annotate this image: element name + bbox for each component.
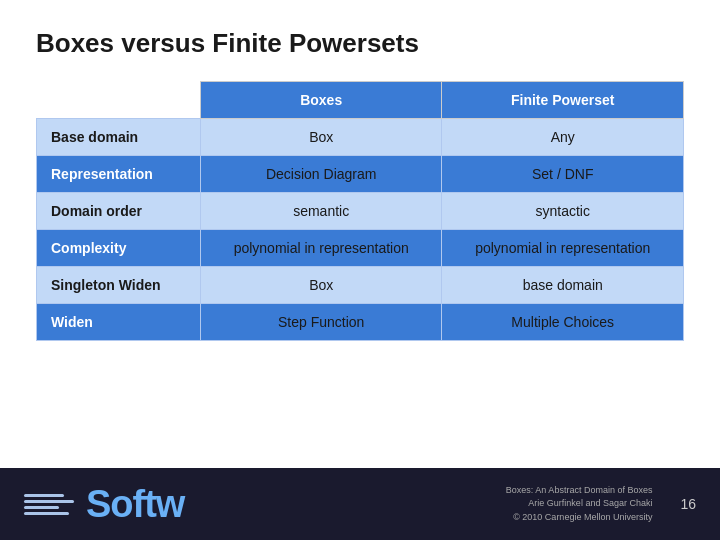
comparison-table: Boxes Finite Powerset Base domain Box An… xyxy=(36,81,684,341)
footer-info-line1: Boxes: An Abstract Domain of Boxes xyxy=(506,485,653,495)
row-label-representation: Representation xyxy=(37,156,201,193)
table-row: Complexity polynomial in representation … xyxy=(37,230,684,267)
row-fp-widen: Multiple Choices xyxy=(442,304,684,341)
footer-line-3 xyxy=(24,506,59,509)
row-fp-complexity: polynomial in representation xyxy=(442,230,684,267)
col-header-finite-powerset: Finite Powerset xyxy=(442,82,684,119)
footer-info-line3: © 2010 Carnegie Mellon University xyxy=(513,512,652,522)
row-label-singleton-widen: Singleton Widen xyxy=(37,267,201,304)
table-row: Singleton Widen Box base domain xyxy=(37,267,684,304)
table-row: Widen Step Function Multiple Choices xyxy=(37,304,684,341)
footer-lines-icon xyxy=(24,494,74,515)
row-boxes-base-domain: Box xyxy=(200,119,442,156)
row-boxes-widen: Step Function xyxy=(200,304,442,341)
footer-line-4 xyxy=(24,512,69,515)
footer: Softw Boxes: An Abstract Domain of Boxes… xyxy=(0,468,720,540)
col-header-boxes: Boxes xyxy=(200,82,442,119)
footer-page-number: 16 xyxy=(680,496,696,512)
row-fp-singleton-widen: base domain xyxy=(442,267,684,304)
slide: Boxes versus Finite Powersets Boxes Fini… xyxy=(0,0,720,540)
table-row: Base domain Box Any xyxy=(37,119,684,156)
footer-brand-text: Softw xyxy=(86,483,184,526)
row-label-base-domain: Base domain xyxy=(37,119,201,156)
row-label-widen: Widen xyxy=(37,304,201,341)
footer-logo: Softw xyxy=(24,483,184,526)
row-label-domain-order: Domain order xyxy=(37,193,201,230)
row-boxes-representation: Decision Diagram xyxy=(200,156,442,193)
row-boxes-domain-order: semantic xyxy=(200,193,442,230)
footer-info: Boxes: An Abstract Domain of Boxes Arie … xyxy=(506,484,653,525)
col-header-empty xyxy=(37,82,201,119)
page-title: Boxes versus Finite Powersets xyxy=(36,28,684,59)
footer-line-1 xyxy=(24,494,64,497)
table-row: Domain order semantic syntactic xyxy=(37,193,684,230)
row-boxes-complexity: polynomial in representation xyxy=(200,230,442,267)
row-fp-base-domain: Any xyxy=(442,119,684,156)
row-boxes-singleton-widen: Box xyxy=(200,267,442,304)
footer-line-2 xyxy=(24,500,74,503)
row-fp-domain-order: syntactic xyxy=(442,193,684,230)
footer-info-line2: Arie Gurfinkel and Sagar Chaki xyxy=(528,498,652,508)
table-row: Representation Decision Diagram Set / DN… xyxy=(37,156,684,193)
row-fp-representation: Set / DNF xyxy=(442,156,684,193)
row-label-complexity: Complexity xyxy=(37,230,201,267)
